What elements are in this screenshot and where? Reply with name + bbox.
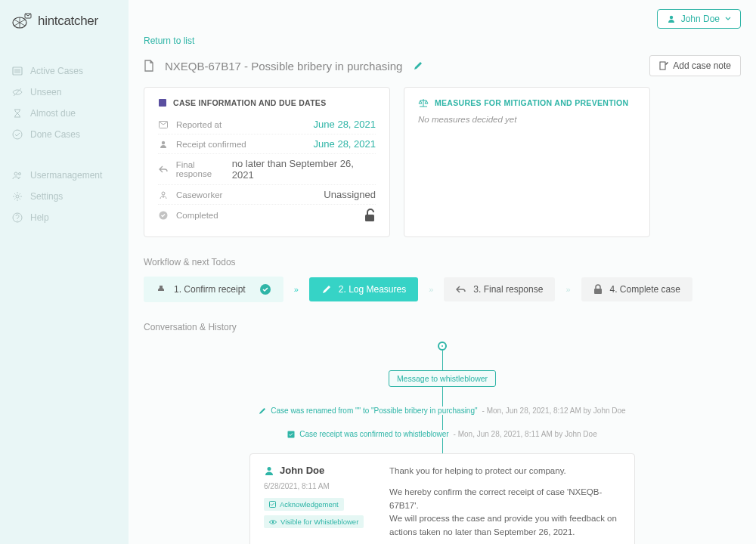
worker-icon — [158, 190, 169, 199]
users-icon — [12, 170, 23, 181]
sidebar-item-unseen[interactable]: Unseen — [0, 82, 129, 103]
note-pen-icon — [659, 61, 668, 70]
logo: hintcatcher — [0, 12, 129, 45]
sidebar-item-usermanagement[interactable]: Usermanagement — [0, 165, 129, 186]
help-icon — [12, 212, 23, 223]
user-name: John Doe — [681, 14, 720, 24]
svg-rect-18 — [159, 99, 166, 107]
brand-name: hintcatcher — [38, 14, 98, 29]
workflow: 1. Confirm receipt » 2. Log Measures » 3… — [144, 277, 741, 302]
event-time: - Mon, Jun 28, 2021, 8:11 AM by John Doe — [454, 430, 597, 438]
timeline: Message to whistleblower Case was rename… — [144, 342, 741, 544]
info-label: Reported at — [176, 120, 222, 129]
info-label: Receipt confirmed — [176, 140, 246, 149]
document-icon — [144, 60, 154, 72]
user-menu-button[interactable]: John Doe — [657, 9, 741, 29]
info-row-completed: Completed — [158, 205, 376, 226]
message-card: John Doe 6/28/2021, 8:11 AM Acknowledgem… — [249, 453, 635, 544]
return-link[interactable]: Return to list — [144, 36, 194, 46]
edit-title-button[interactable] — [413, 61, 423, 71]
timeline-start-dot — [438, 342, 447, 351]
card-title: CASE INFORMATION AND DUE DATES — [173, 98, 326, 107]
workflow-step-confirm[interactable]: 1. Confirm receipt — [144, 277, 284, 302]
check-circle-icon — [12, 129, 23, 140]
measures-empty: No measures decided yet — [418, 115, 636, 124]
svg-point-16 — [669, 16, 672, 19]
info-label: Final response — [176, 160, 232, 178]
caret-down-icon — [725, 17, 731, 21]
info-row-receipt: Receipt confirmed June 28, 2021 — [158, 134, 376, 154]
sidebar-item-active-cases[interactable]: Active Cases — [0, 60, 129, 82]
timeline-event-rename: Case was renamed from "" to "Possible br… — [144, 406, 741, 415]
event-time: - Mon, Jun 28, 2021, 8:12 AM by John Doe — [482, 406, 626, 415]
title-row: NXEQB-67B17 - Possible bribery in purcha… — [144, 55, 741, 76]
step-label: 1. Confirm receipt — [174, 284, 246, 295]
svg-point-28 — [268, 467, 271, 471]
info-row-reported: Reported at June 28, 2021 — [158, 115, 376, 134]
sidebar-item-label: Settings — [30, 191, 63, 202]
sidebar-item-label: Almost due — [30, 108, 76, 119]
event-text: Case receipt was confirmed to whistleblo… — [299, 430, 448, 438]
check-icon — [158, 211, 169, 220]
info-label: Completed — [176, 211, 218, 220]
hourglass-icon — [12, 108, 23, 119]
case-info-card: CASE INFORMATION AND DUE DATES Reported … — [144, 87, 390, 237]
svg-point-21 — [162, 192, 165, 195]
card-title: MEASURES FOR MITIGATION AND PREVENTION — [435, 98, 628, 107]
info-value: June 28, 2021 — [314, 119, 376, 130]
main: John Doe Return to list NXEQB-67B17 - Po… — [129, 0, 756, 544]
message-p2: We hereby confirm the correct receipt of… — [389, 486, 621, 539]
logo-icon — [12, 12, 32, 30]
user-icon — [264, 465, 274, 476]
reply-icon — [456, 286, 466, 294]
stamp-icon — [156, 284, 166, 295]
card-header: MEASURES FOR MITIGATION AND PREVENTION — [418, 98, 636, 107]
pen-icon — [259, 407, 266, 415]
sidebar-item-label: Done Cases — [30, 129, 80, 140]
reply-icon — [158, 165, 169, 173]
sidebar-item-settings[interactable]: Settings — [0, 186, 129, 207]
lock-icon — [593, 284, 603, 295]
list-icon — [12, 66, 23, 76]
mail-icon — [158, 121, 169, 128]
workflow-connector: » — [562, 285, 573, 294]
sidebar-item-done-cases[interactable]: Done Cases — [0, 124, 129, 145]
measures-card: MEASURES FOR MITIGATION AND PREVENTION N… — [404, 87, 650, 237]
message-whistleblower-button[interactable]: Message to whistleblower — [389, 370, 496, 387]
tag-acknowledgement: Acknowledgement — [264, 498, 344, 511]
svg-point-12 — [19, 173, 21, 175]
tag-visible: Visible for Whistleblower — [264, 515, 364, 528]
message-body: Thank you for helping to protect our com… — [389, 465, 621, 544]
info-value: Unassigned — [324, 189, 376, 200]
sidebar-item-help[interactable]: Help — [0, 207, 129, 228]
pen-icon — [321, 285, 331, 295]
check-square-icon — [287, 431, 295, 438]
svg-point-10 — [13, 130, 22, 139]
add-case-note-button[interactable]: Add case note — [649, 55, 741, 76]
info-label: Caseworker — [176, 190, 222, 199]
info-row-caseworker: Caseworker Unassigned — [158, 185, 376, 205]
event-text: Case was renamed from "" to "Possible br… — [271, 406, 477, 415]
topbar: John Doe — [144, 9, 741, 29]
lock-open-icon — [364, 209, 376, 222]
eye-off-icon — [12, 87, 23, 97]
sidebar-item-label: Usermanagement — [30, 170, 102, 181]
workflow-step-complete[interactable]: 4. Complete case — [581, 277, 692, 301]
nav-primary: Active Cases Unseen Almost due Done Case… — [0, 60, 129, 228]
gear-icon — [12, 191, 23, 202]
eye-icon — [269, 519, 277, 525]
sidebar-item-almost-due[interactable]: Almost due — [0, 103, 129, 124]
workflow-step-final-response[interactable]: 3. Final response — [444, 277, 555, 301]
svg-point-20 — [162, 141, 165, 144]
step-label: 2. Log Measures — [339, 284, 406, 295]
svg-rect-26 — [594, 289, 602, 294]
timeline-event-confirmed: Case receipt was confirmed to whistleblo… — [144, 430, 741, 438]
svg-point-15 — [17, 221, 18, 221]
info-row-final-response: Final response no later than September 2… — [158, 154, 376, 185]
step-label: 4. Complete case — [610, 284, 680, 295]
workflow-step-log-measures[interactable]: 2. Log Measures — [309, 277, 418, 301]
step-label: 3. Final response — [473, 284, 543, 295]
workflow-connector: » — [291, 285, 302, 294]
message-time: 6/28/2021, 8:11 AM — [264, 482, 377, 490]
check-circle-icon — [259, 283, 271, 295]
